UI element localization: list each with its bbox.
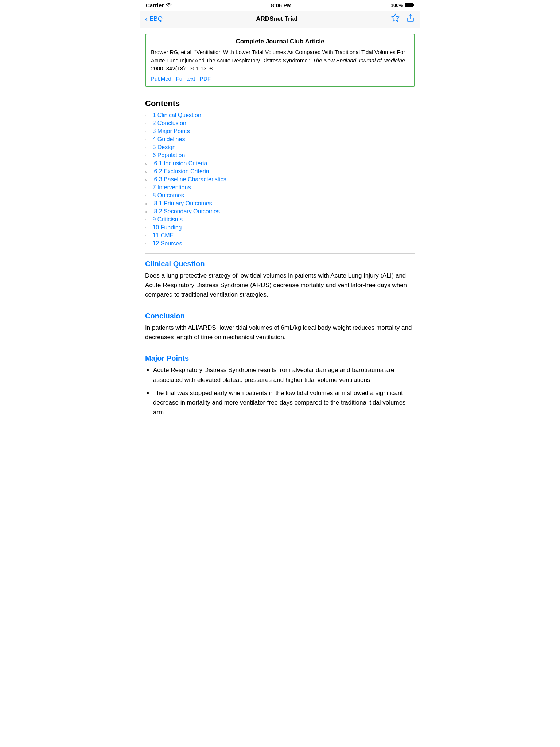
- nav-actions: [391, 13, 415, 24]
- contents-item-3: ◦ 3 Major Points: [145, 127, 415, 135]
- svg-marker-2: [392, 14, 399, 21]
- contents-link-3[interactable]: 3 Major Points: [152, 128, 190, 134]
- pdf-link[interactable]: PDF: [200, 76, 211, 82]
- contents-item-11: ◦ 11 CME: [145, 232, 415, 240]
- bullet-marker: ◦: [145, 146, 151, 150]
- journal-box: Complete Journal Club Article Brower RG,…: [145, 34, 415, 87]
- nav-bar: EBQ ARDSnet Trial: [140, 11, 420, 28]
- bullet-marker: ◦: [145, 129, 151, 133]
- carrier-label: Carrier: [146, 2, 164, 8]
- contents-item-2: ◦ 2 Conclusion: [145, 119, 415, 127]
- clinical-question-body: Does a lung protective strategy of low t…: [145, 271, 415, 300]
- svg-rect-0: [405, 3, 413, 7]
- circle-marker: ○: [145, 202, 152, 206]
- contents-item-12: ◦ 12 Sources: [145, 240, 415, 248]
- bullet-marker: ◦: [145, 154, 151, 158]
- contents-list: ◦ 1 Clinical Question ◦ 2 Conclusion ◦ 3…: [145, 111, 415, 248]
- conclusion-heading: Conclusion: [145, 312, 415, 320]
- contents-link-10[interactable]: 10 Funding: [152, 224, 182, 231]
- contents-link-12[interactable]: 12 Sources: [152, 240, 182, 247]
- battery-percentage: 100%: [391, 3, 403, 8]
- contents-link-4[interactable]: 4 Guidelines: [152, 136, 185, 142]
- divider-1: [145, 93, 415, 93]
- clinical-question-section: Clinical Question Does a lung protective…: [145, 260, 415, 300]
- major-point-1: Acute Respiratory Distress Syndrome resu…: [153, 365, 415, 385]
- chevron-left-icon: [145, 15, 148, 24]
- major-point-2: The trial was stopped early when patient…: [153, 388, 415, 417]
- major-points-heading: Major Points: [145, 354, 415, 363]
- contents-link-1[interactable]: 1 Clinical Question: [152, 112, 201, 118]
- contents-item-10: ◦ 10 Funding: [145, 224, 415, 232]
- share-button[interactable]: [406, 13, 415, 24]
- status-bar: Carrier 8:06 PM 100%: [140, 0, 420, 11]
- contents-item-1: ◦ 1 Clinical Question: [145, 111, 415, 119]
- bullet-marker: ◦: [145, 138, 151, 142]
- bullet-marker: ◦: [145, 186, 151, 190]
- divider-3: [145, 306, 415, 306]
- contents-heading: Contents: [145, 99, 415, 108]
- contents-section: Contents ◦ 1 Clinical Question ◦ 2 Concl…: [145, 99, 415, 248]
- contents-item-6-2: ○ 6.2 Exclusion Criteria: [145, 167, 415, 175]
- contents-link-6[interactable]: 6 Population: [152, 152, 185, 158]
- contents-item-6: ◦ 6 Population: [145, 151, 415, 159]
- contents-item-5: ◦ 5 Design: [145, 143, 415, 151]
- contents-link-8[interactable]: 8 Outcomes: [152, 192, 184, 198]
- contents-link-9[interactable]: 9 Criticisms: [152, 216, 183, 222]
- circle-marker: ○: [145, 170, 152, 174]
- clinical-question-heading: Clinical Question: [145, 260, 415, 268]
- major-points-list: Acute Respiratory Distress Syndrome resu…: [145, 365, 415, 417]
- bullet-marker: ◦: [145, 226, 151, 230]
- journal-links: PubMed Full text PDF: [151, 75, 409, 82]
- contents-item-6-1: ○ 6.1 Inclusion Criteria: [145, 159, 415, 167]
- contents-item-8-2: ○ 8.2 Secondary Outcomes: [145, 208, 415, 216]
- divider-2: [145, 253, 415, 254]
- conclusion-section: Conclusion In patients with ALI/ARDS, lo…: [145, 312, 415, 342]
- bullet-marker: ◦: [145, 242, 151, 246]
- contents-link-8-2[interactable]: 8.2 Secondary Outcomes: [154, 208, 220, 214]
- svg-rect-1: [413, 4, 414, 6]
- status-bar-right: 100%: [391, 3, 414, 8]
- journal-box-title: Complete Journal Club Article: [151, 38, 409, 45]
- major-point-2-text: The trial was stopped early when patient…: [153, 390, 406, 416]
- journal-name: The New England Journal of Medicine: [313, 57, 405, 63]
- contents-item-8: ◦ 8 Outcomes: [145, 191, 415, 200]
- bullet-marker: ◦: [145, 218, 151, 222]
- contents-link-2[interactable]: 2 Conclusion: [152, 120, 186, 126]
- major-points-section: Major Points Acute Respiratory Distress …: [145, 354, 415, 417]
- back-button[interactable]: EBQ: [145, 15, 163, 24]
- contents-link-6-2[interactable]: 6.2 Exclusion Criteria: [154, 168, 209, 174]
- bullet-marker: ◦: [145, 113, 151, 117]
- favorite-button[interactable]: [391, 13, 400, 24]
- contents-item-9: ◦ 9 Criticisms: [145, 216, 415, 224]
- main-content: Complete Journal Club Article Brower RG,…: [140, 34, 420, 417]
- contents-item-6-3: ○ 6.3 Baseline Characteristics: [145, 175, 415, 183]
- contents-link-6-1[interactable]: 6.1 Inclusion Criteria: [154, 160, 207, 166]
- bullet-marker: ◦: [145, 194, 151, 198]
- contents-item-8-1: ○ 8.1 Primary Outcomes: [145, 200, 415, 208]
- battery-icon: [405, 3, 414, 8]
- status-bar-time: 8:06 PM: [271, 2, 292, 8]
- contents-link-7[interactable]: 7 Interventions: [152, 184, 191, 190]
- pubmed-link[interactable]: PubMed: [151, 76, 171, 82]
- contents-link-11[interactable]: 11 CME: [152, 232, 174, 239]
- bullet-marker: ◦: [145, 121, 151, 125]
- circle-marker: ○: [145, 210, 152, 214]
- major-point-1-text: Acute Respiratory Distress Syndrome resu…: [153, 367, 394, 383]
- circle-marker: ○: [145, 178, 152, 182]
- contents-link-8-1[interactable]: 8.1 Primary Outcomes: [154, 200, 212, 206]
- journal-citation: Brower RG, et al. "Ventilation With Lowe…: [151, 48, 409, 73]
- circle-marker: ○: [145, 162, 152, 166]
- fulltext-link[interactable]: Full text: [176, 76, 195, 82]
- wifi-icon: [166, 2, 172, 8]
- nav-title: ARDSnet Trial: [256, 15, 297, 23]
- divider-4: [145, 348, 415, 348]
- contents-item-7: ◦ 7 Interventions: [145, 183, 415, 191]
- contents-item-4: ◦ 4 Guidelines: [145, 135, 415, 143]
- contents-link-6-3[interactable]: 6.3 Baseline Characteristics: [154, 176, 226, 182]
- bullet-marker: ◦: [145, 234, 151, 238]
- contents-link-5[interactable]: 5 Design: [152, 144, 175, 150]
- status-bar-left: Carrier: [146, 2, 172, 8]
- back-label: EBQ: [149, 15, 163, 23]
- conclusion-body: In patients with ALI/ARDS, lower tidal v…: [145, 323, 415, 342]
